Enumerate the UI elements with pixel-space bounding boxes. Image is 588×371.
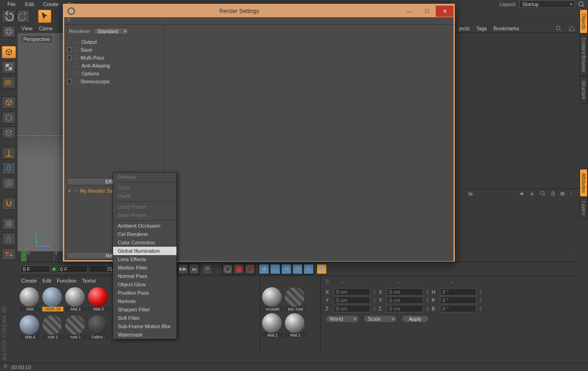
apply-button[interactable]: Apply [402,315,429,323]
nav-up-icon[interactable]: ▲ [529,190,536,197]
render-tree-output[interactable]: —Output [67,38,161,46]
window-titlebar[interactable]: Render Settings — ☐ ✕ [64,5,453,17]
rtab-attributes[interactable]: Attributes [580,169,588,197]
material-mat-4[interactable]: Mat.4 [20,315,41,339]
tab-bookmarks[interactable]: Bookmarks [493,26,519,31]
tab-objects[interactable]: jects [459,26,470,31]
close-button[interactable]: ✕ [436,6,453,17]
frame-current[interactable]: 0 F [20,265,50,273]
maximize-button[interactable]: ☐ [418,6,436,17]
loop-button[interactable]: ⟳ [202,264,212,274]
rtab-structure[interactable]: Structure [580,76,588,104]
grid-tool[interactable] [2,76,16,88]
ctx-color-correction[interactable]: Color Correction [113,238,176,247]
record-key[interactable] [234,264,244,274]
viewport-menu-camera[interactable]: Came [39,26,53,31]
kf-rot[interactable]: ⟲ [281,264,291,274]
minimize-button[interactable]: — [400,6,418,17]
auto-key[interactable] [245,264,255,274]
rtab-objects[interactable]: Objects [580,9,588,34]
ctx-ambient-occlusion[interactable]: Ambient Occlusion [113,222,176,230]
ctx-position-pass[interactable]: Position Pass [113,289,176,297]
pos-Y[interactable] [334,297,370,304]
material-mat[interactable]: Mat [20,287,41,311]
menu-create[interactable]: Create [39,0,63,8]
material-ext-rust[interactable]: ext.-rust [285,287,306,311]
ctx-lens-effects[interactable]: Lens Effects [113,255,176,263]
playhead[interactable] [21,251,26,263]
checkbox-icon[interactable] [67,47,72,52]
renderer-dropdown[interactable]: Standard [93,27,129,35]
record-off[interactable] [223,264,233,274]
size-Z[interactable] [387,305,423,312]
coord-space-dropdown[interactable]: World [325,315,359,323]
coord-mode-dropdown[interactable]: Scale [364,315,397,323]
ctx-sharpen-filter[interactable]: Sharpen Filter [113,305,176,314]
redo-button[interactable] [17,10,30,23]
globe-tool[interactable] [2,26,16,38]
keyframe-button[interactable]: ▮▮ [317,264,327,274]
swap-tool[interactable] [2,248,16,260]
ctx-sub-frame-motion-blur[interactable]: Sub-Frame Motion Blur [113,322,176,331]
ctx-global-illumination[interactable]: Global Illumination [113,247,176,255]
mat-menu-texture[interactable]: Textur [82,278,96,283]
frame-field2[interactable]: 0 F [58,265,88,273]
rtab-content[interactable]: Content Browser [580,34,588,76]
pos-X[interactable] [334,288,370,296]
ctx-cel-renderer[interactable]: Cel Renderer [113,230,176,238]
material-mat-1[interactable]: Mat.1 [285,313,306,337]
mat-menu-function[interactable]: Function [57,278,76,283]
kf-param[interactable]: Ⓟ [292,264,303,274]
ctx-soft-filter[interactable]: Soft Filter [113,314,176,322]
mat-menu-edit[interactable]: Edit [42,278,51,283]
undo-button[interactable] [2,10,15,23]
menu-file[interactable]: File [3,0,20,8]
kf-pla[interactable]: ⠿ [304,264,314,274]
search-icon[interactable] [578,0,585,8]
lock-icon[interactable] [550,190,556,197]
cube2-tool[interactable] [2,96,16,108]
rot-B[interactable] [440,305,476,312]
checker-tool[interactable] [2,61,16,73]
cube-tool[interactable] [2,46,16,58]
magnet-tool[interactable] [2,197,16,209]
ctx-normal-pass[interactable]: Normal Pass [113,272,176,280]
material-hdri-sk[interactable]: HDRI Sk [42,287,63,311]
material-mat-1[interactable]: Mat.1 [65,287,86,311]
mat-menu-create[interactable]: Create [21,278,37,283]
rot-H[interactable] [440,288,476,296]
size-X[interactable] [387,288,423,296]
material-rust-1[interactable]: rust 1 [42,315,63,339]
search-icon[interactable] [540,190,546,197]
render-tree-multi-pass[interactable]: —Multi-Pass [67,54,161,61]
size-Y[interactable] [387,297,423,304]
mouse-tool[interactable] [2,162,16,174]
material-crustab[interactable]: crustab [262,287,283,311]
select-tool[interactable] [38,10,51,23]
material-fabric-[interactable]: Fabric - [88,315,109,339]
mesh-tool[interactable] [2,218,16,230]
ctx-median-filter[interactable]: Median Filter [113,263,176,272]
menu-edit[interactable]: Edit [20,0,39,8]
cube3-tool[interactable] [2,112,16,124]
goto-end-button[interactable]: ⏭ [189,264,199,274]
next-key-button[interactable]: ▶▶ [178,264,188,274]
rtab-layers[interactable]: Layers [580,197,588,219]
s-tool[interactable]: S [2,177,16,189]
chevron-icon[interactable]: ‹ [570,190,577,197]
render-tree-stereoscopic[interactable]: —Stereoscopic [67,77,161,85]
rot-P[interactable] [440,297,476,304]
kf-scale[interactable]: ⬚ [270,264,280,274]
render-tree-save[interactable]: —Save [67,46,161,54]
axis-tool[interactable] [2,147,16,159]
home-icon[interactable] [568,25,575,32]
grid-icon[interactable]: ▦ [560,190,567,197]
checkbox-icon[interactable] [67,55,72,60]
material-mat-1[interactable]: Mat.1 [262,313,283,337]
lock-tool[interactable] [2,233,16,245]
viewport-menu-view[interactable]: View [21,26,33,31]
kf-pos[interactable]: ✥ [259,264,269,274]
arrow-icon[interactable]: ◀ [519,190,526,197]
render-tree-anti-aliasing[interactable]: —Anti-Aliasing [67,61,161,69]
material-mat-3[interactable]: Mat.3 [88,287,109,311]
